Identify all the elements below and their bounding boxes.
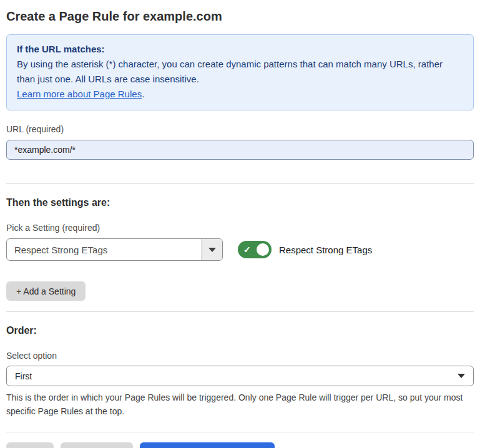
setting-select-arrow-button[interactable]	[202, 239, 222, 260]
setting-select[interactable]: Respect Strong ETags	[6, 238, 223, 261]
url-match-info-box: If the URL matches: By using the asteris…	[6, 34, 474, 110]
etags-toggle[interactable]: ✓	[238, 241, 272, 258]
setting-select-value: Respect Strong ETags	[7, 239, 202, 260]
chevron-down-icon	[208, 248, 216, 252]
url-input[interactable]	[6, 140, 474, 160]
save-as-draft-button[interactable]: Save as Draft	[61, 442, 134, 448]
settings-section-heading: Then the settings are:	[6, 197, 474, 209]
etags-toggle-label: Respect Strong ETags	[279, 245, 372, 255]
divider	[6, 432, 474, 432]
pick-setting-label: Pick a Setting (required)	[6, 222, 474, 233]
divider	[6, 311, 474, 312]
info-box-heading: If the URL matches:	[17, 42, 463, 57]
learn-more-link[interactable]: Learn more about Page Rules	[17, 89, 142, 99]
order-section-heading: Order:	[6, 324, 474, 337]
toggle-knob	[255, 242, 270, 257]
order-help-text: This is the order in which your Page Rul…	[6, 391, 474, 418]
order-select-label: Select option	[6, 350, 474, 361]
url-field-label: URL (required)	[6, 124, 474, 135]
setting-row: Respect Strong ETags ✓ Respect Strong ET…	[6, 238, 474, 261]
check-icon: ✓	[243, 245, 251, 254]
info-box-link-line: Learn more about Page Rules.	[17, 87, 463, 102]
add-setting-button[interactable]: + Add a Setting	[6, 281, 86, 301]
order-select[interactable]: First	[6, 366, 474, 386]
divider	[6, 183, 474, 184]
link-period: .	[142, 89, 144, 99]
order-select-value: First	[15, 371, 32, 381]
cancel-button[interactable]: Cancel	[6, 442, 54, 448]
save-and-deploy-button[interactable]: Save and Deploy Page Rule	[140, 442, 275, 448]
page-title: Create a Page Rule for example.com	[6, 7, 474, 25]
form-actions: Cancel Save as Draft Save and Deploy Pag…	[6, 442, 474, 448]
info-box-body: By using the asterisk (*) character, you…	[17, 57, 463, 87]
etags-toggle-group: ✓ Respect Strong ETags	[238, 241, 372, 258]
chevron-down-icon	[458, 374, 465, 378]
create-page-rule-form: Create a Page Rule for example.com If th…	[0, 0, 480, 448]
